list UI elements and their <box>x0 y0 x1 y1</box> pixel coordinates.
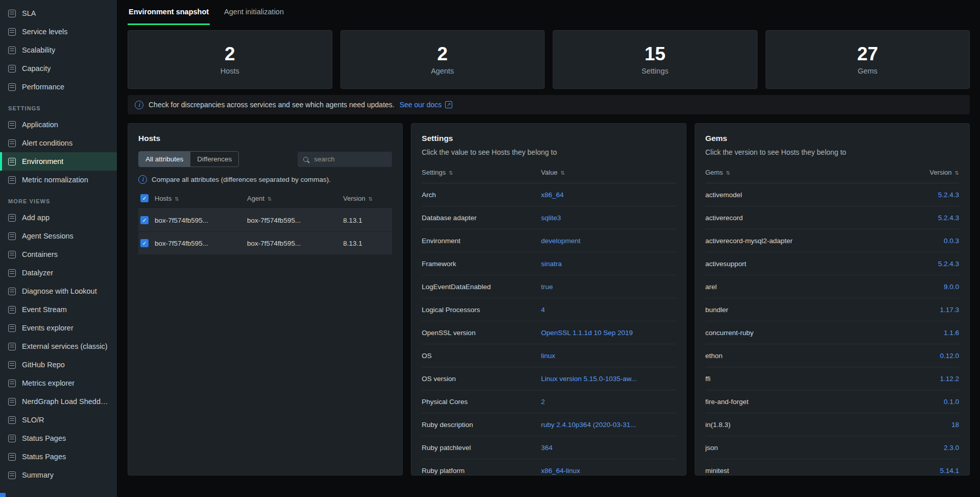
sidebar-item-sla[interactable]: SLA <box>0 4 117 22</box>
setting-value-link[interactable]: 2 <box>541 398 676 406</box>
column-header-settings[interactable]: Settings <box>422 169 541 176</box>
column-header-value[interactable]: Value <box>541 169 565 176</box>
setting-value-link[interactable]: true <box>541 283 676 291</box>
filter-differences[interactable]: Differences <box>190 152 238 167</box>
external-link-icon <box>445 101 452 108</box>
sidebar-item-agent-sessions[interactable]: Agent Sessions <box>0 227 117 245</box>
card-value: 2 <box>225 44 235 63</box>
alert-conditions-icon <box>8 139 16 147</box>
metric-normalization-icon <box>8 176 16 184</box>
card-label: Gems <box>857 67 877 75</box>
host-row[interactable]: box-7f574fb595... box-7f574fb595... 8.13… <box>138 209 392 232</box>
sidebar-item-containers[interactable]: Containers <box>0 245 117 264</box>
setting-name: Ruby platform <box>422 467 541 475</box>
gem-row: in(1.8.3) 18 <box>705 413 959 436</box>
setting-value-link[interactable]: linux <box>541 352 676 360</box>
gem-version-link[interactable]: 5.2.4.3 <box>938 260 959 268</box>
column-header-gem-version[interactable]: Version <box>929 169 959 176</box>
sidebar-item-status-pages[interactable]: Status Pages <box>0 447 117 466</box>
column-header-agent[interactable]: Agent <box>247 195 337 202</box>
info-icon <box>138 175 147 184</box>
gem-row: activerecord-mysql2-adapter 0.0.3 <box>705 229 959 252</box>
filter-all-attributes[interactable]: All attributes <box>139 152 190 167</box>
sidebar-item-scalability[interactable]: Scalability <box>0 41 117 59</box>
setting-value-link[interactable]: x86_64 <box>541 191 676 199</box>
sidebar-item-events-explorer[interactable]: Events explorer <box>0 319 117 337</box>
gem-version-link[interactable]: 1.1.6 <box>944 329 959 337</box>
gem-row: minitest 5.14.1 <box>705 459 959 476</box>
sidebar-item-metrics-explorer[interactable]: Metrics explorer <box>0 374 117 392</box>
settings-row: OpenSSL version OpenSSL 1.1.1d 10 Sep 20… <box>422 321 675 344</box>
column-header-version[interactable]: Version <box>343 195 392 202</box>
hosts-panel-title: Hosts <box>138 134 392 143</box>
search-input[interactable] <box>313 155 386 163</box>
setting-value-link[interactable]: sinatra <box>541 260 676 268</box>
tab-agent-initialization[interactable]: Agent initialization <box>223 0 285 25</box>
gem-version-link[interactable]: 5.14.1 <box>940 467 959 475</box>
gem-row: ffi 1.12.2 <box>705 367 959 390</box>
setting-value-link[interactable]: Linux version 5.15.0-1035-aw... <box>541 375 676 383</box>
sidebar-item-add-app[interactable]: Add app <box>0 208 117 227</box>
sidebar-item-external-services-classic[interactable]: External services (classic) <box>0 337 117 356</box>
sidebar-item-performance[interactable]: Performance <box>0 78 117 96</box>
sidebar-item-diagnose-with-lookout[interactable]: Diagnose with Lookout <box>0 282 117 300</box>
row-checkbox[interactable] <box>140 239 149 247</box>
card-value: 27 <box>857 44 878 63</box>
gem-version-link[interactable]: 18 <box>951 421 959 429</box>
main-content: Environment snapshotAgent initialization… <box>117 0 980 497</box>
gem-row: activemodel 5.2.4.3 <box>705 183 959 206</box>
gem-version-link[interactable]: 9.0.0 <box>944 283 959 291</box>
sidebar-item-alert-conditions[interactable]: Alert conditions <box>0 134 117 152</box>
select-all-checkbox[interactable] <box>140 194 149 202</box>
event-stream-icon <box>8 306 16 314</box>
gem-name: arel <box>705 283 944 291</box>
sidebar-item-slo-r[interactable]: SLO/R <box>0 411 117 429</box>
docs-link[interactable]: See our docs <box>400 101 453 109</box>
setting-value-link[interactable]: development <box>541 237 676 245</box>
setting-value-link[interactable]: x86_64-linux <box>541 467 676 475</box>
settings-row: Environment development <box>422 229 675 252</box>
sidebar-item-nerdgraph-load-sheddin[interactable]: NerdGraph Load Sheddin... <box>0 392 117 411</box>
tab-environment-snapshot[interactable]: Environment snapshot <box>128 0 210 25</box>
gem-version-link[interactable]: 1.12.2 <box>940 375 959 383</box>
docs-link-label: See our docs <box>400 101 442 109</box>
row-checkbox[interactable] <box>140 216 149 224</box>
sidebar-item-summary[interactable]: Summary <box>0 466 117 484</box>
sidebar-item-metric-normalization[interactable]: Metric normalization <box>0 171 117 189</box>
host-row[interactable]: box-7f574fb595... box-7f574fb595... 8.13… <box>138 232 392 255</box>
sidebar-item-environment[interactable]: Environment <box>0 152 117 171</box>
setting-value-link[interactable]: sqlite3 <box>541 214 676 222</box>
column-header-hosts[interactable]: Hosts <box>155 195 241 202</box>
setting-value-link[interactable]: 4 <box>541 306 676 314</box>
diagnose-with-lookout-icon <box>8 288 16 295</box>
sidebar-item-datalyzer[interactable]: Datalyzer <box>0 264 117 282</box>
sidebar-item-capacity[interactable]: Capacity <box>0 59 117 78</box>
gem-version-link[interactable]: 0.12.0 <box>940 352 959 360</box>
banner-text: Check for discrepancies across services … <box>149 101 395 109</box>
sidebar-item-github-repo[interactable]: GitHub Repo <box>0 356 117 374</box>
gem-version-link[interactable]: 0.0.3 <box>944 237 959 245</box>
tab-bar: Environment snapshotAgent initialization <box>117 0 980 25</box>
gem-version-link[interactable]: 1.17.3 <box>940 306 959 314</box>
sidebar-item-status-pages[interactable]: Status Pages <box>0 429 117 447</box>
settings-row: Logical Processors 4 <box>422 298 675 321</box>
gem-version-link[interactable]: 5.2.4.3 <box>938 214 959 222</box>
sidebar-item-event-stream[interactable]: Event Stream <box>0 300 117 319</box>
gem-version-link[interactable]: 5.2.4.3 <box>938 191 959 199</box>
sidebar-item-service-levels[interactable]: Service levels <box>0 22 117 41</box>
scalability-icon <box>8 46 16 54</box>
search-box[interactable] <box>298 152 392 167</box>
search-icon <box>303 157 308 162</box>
gem-version-link[interactable]: 0.1.0 <box>944 398 959 406</box>
setting-name: Database adapter <box>422 214 541 222</box>
setting-value-link[interactable]: OpenSSL 1.1.1d 10 Sep 2019 <box>541 329 676 337</box>
setting-value-link[interactable]: ruby 2.4.10p364 (2020-03-31... <box>541 421 676 429</box>
column-header-gems[interactable]: Gems <box>705 169 730 176</box>
external-services-icon <box>8 343 16 350</box>
settings-row: Framework sinatra <box>422 252 675 275</box>
slo-r-icon <box>8 416 16 424</box>
gem-name: in(1.8.3) <box>705 421 951 429</box>
sidebar-item-application[interactable]: Application <box>0 115 117 134</box>
gem-version-link[interactable]: 2.3.0 <box>944 444 959 452</box>
setting-value-link[interactable]: 364 <box>541 444 676 452</box>
